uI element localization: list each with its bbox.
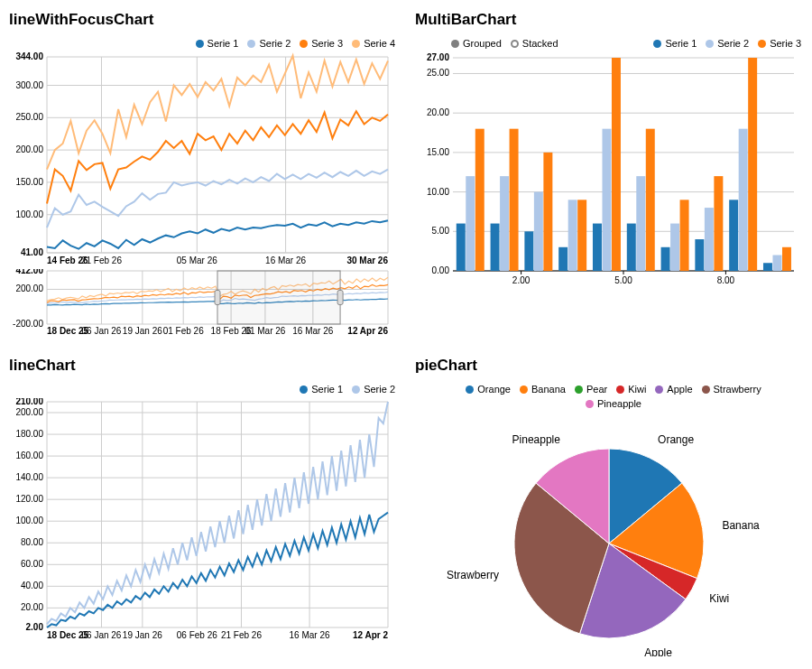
- svg-text:100.00: 100.00: [15, 209, 43, 219]
- line-with-focus-title: lineWithFocusChart: [9, 11, 406, 29]
- legend-item-serie-3[interactable]: Serie 3: [300, 38, 343, 49]
- legend-item-pineapple[interactable]: Pineapple: [586, 398, 641, 409]
- legend-item-serie-3[interactable]: Serie 3: [758, 38, 801, 49]
- legend-item-serie-1[interactable]: Serie 1: [300, 384, 343, 395]
- legend-dot-icon: [706, 40, 714, 48]
- svg-rect-83: [739, 129, 748, 271]
- svg-text:01 Feb 26: 01 Feb 26: [163, 326, 204, 336]
- svg-rect-69: [593, 224, 602, 271]
- svg-rect-88: [577, 200, 586, 271]
- svg-text:01 Mar 26: 01 Mar 26: [245, 326, 285, 336]
- line-chart-section: lineChart Serie 1 Serie 2 2.0020.0040.00…: [9, 355, 406, 656]
- svg-text:412.00: 412.00: [15, 269, 43, 275]
- line-with-focus-legend: Serie 1 Serie 2 Serie 3 Serie 4: [9, 38, 395, 49]
- legend-dot-icon: [247, 40, 255, 48]
- svg-text:16 Mar 26: 16 Mar 26: [292, 326, 333, 336]
- line-with-focus-context-plot[interactable]: -200.00200.00412.0018 Dec 2506 Jan 2619 …: [9, 269, 397, 337]
- svg-text:5.00: 5.00: [614, 275, 632, 285]
- legend-dot-icon: [586, 400, 594, 408]
- svg-text:10.00: 10.00: [427, 187, 449, 197]
- legend-item-serie-1[interactable]: Serie 1: [653, 38, 697, 49]
- legend-item-orange[interactable]: Orange: [466, 384, 511, 395]
- svg-rect-77: [534, 192, 543, 271]
- svg-rect-47: [217, 271, 340, 324]
- svg-text:Orange: Orange: [658, 433, 694, 446]
- svg-text:8.00: 8.00: [717, 275, 735, 285]
- svg-text:Kiwi: Kiwi: [709, 592, 729, 605]
- svg-rect-86: [510, 129, 519, 271]
- svg-text:05 Mar 26: 05 Mar 26: [177, 256, 217, 265]
- svg-text:30 Mar 26: 30 Mar 26: [346, 256, 388, 265]
- svg-text:2.00: 2.00: [512, 275, 531, 285]
- svg-rect-93: [748, 58, 757, 271]
- radio-empty-icon: [511, 40, 519, 48]
- mode-grouped-radio[interactable]: Grouped: [451, 38, 502, 49]
- svg-rect-65: [457, 224, 466, 271]
- legend-dot-icon: [758, 40, 766, 48]
- legend-dot-icon: [655, 386, 663, 394]
- svg-text:19 Jan 26: 19 Jan 26: [123, 630, 162, 640]
- pie-chart-plot[interactable]: OrangeBananaKiwiAppleStrawberryPineapple: [415, 413, 803, 656]
- legend-item-banana[interactable]: Banana: [520, 384, 566, 395]
- svg-rect-48: [215, 291, 220, 305]
- multibar-plot[interactable]: 0.005.0010.0015.0020.0025.0027.002.005.0…: [415, 52, 803, 287]
- svg-rect-92: [714, 176, 723, 271]
- svg-text:40.00: 40.00: [21, 581, 43, 590]
- svg-text:100.00: 100.00: [15, 516, 43, 525]
- legend-dot-icon: [702, 386, 710, 394]
- svg-text:21 Feb 26: 21 Feb 26: [81, 256, 122, 265]
- line-chart-legend: Serie 1 Serie 2: [9, 384, 395, 395]
- svg-text:20.00: 20.00: [427, 107, 449, 117]
- mode-stacked-radio[interactable]: Stacked: [511, 38, 558, 49]
- legend-item-kiwi[interactable]: Kiwi: [616, 384, 646, 395]
- svg-text:Pineapple: Pineapple: [512, 433, 561, 446]
- svg-text:Banana: Banana: [722, 519, 760, 532]
- svg-rect-76: [500, 176, 509, 271]
- svg-rect-74: [763, 263, 772, 271]
- pie-chart-title: pieChart: [415, 357, 812, 375]
- legend-dot-icon: [575, 386, 583, 394]
- svg-text:250.00: 250.00: [15, 112, 43, 122]
- svg-text:200.00: 200.00: [15, 407, 43, 417]
- pie-chart-legend: Orange Banana Pear Kiwi Apple Strawberry…: [442, 384, 785, 409]
- svg-text:200.00: 200.00: [15, 283, 43, 293]
- svg-text:15.00: 15.00: [427, 147, 449, 157]
- svg-text:2.00: 2.00: [26, 622, 44, 632]
- legend-dot-icon: [520, 386, 528, 394]
- svg-text:140.00: 140.00: [15, 472, 43, 482]
- svg-rect-84: [772, 256, 781, 271]
- line-with-focus-chart-section: lineWithFocusChart Serie 1 Serie 2 Serie…: [9, 9, 406, 337]
- legend-item-serie-2[interactable]: Serie 2: [706, 38, 749, 49]
- svg-text:200.00: 200.00: [15, 144, 43, 154]
- line-with-focus-main-plot[interactable]: 41.00100.00150.00200.00250.00300.00344.0…: [9, 52, 397, 269]
- svg-text:150.00: 150.00: [15, 177, 43, 187]
- svg-text:180.00: 180.00: [15, 429, 43, 439]
- legend-item-apple[interactable]: Apple: [655, 384, 692, 395]
- svg-text:12 Apr 26: 12 Apr 26: [347, 326, 388, 336]
- svg-text:41.00: 41.00: [21, 247, 43, 257]
- line-chart-plot[interactable]: 2.0020.0040.0060.0080.00100.00120.00140.…: [9, 398, 397, 642]
- svg-text:16 Mar 26: 16 Mar 26: [265, 256, 306, 265]
- svg-text:12 Apr 2: 12 Apr 2: [353, 630, 389, 640]
- legend-item-serie-2[interactable]: Serie 2: [247, 38, 291, 49]
- svg-rect-85: [475, 129, 484, 271]
- svg-rect-70: [627, 224, 636, 271]
- multibar-chart-section: MultiBarChart Grouped Stacked Serie 1 Se…: [415, 9, 812, 337]
- svg-rect-80: [636, 176, 645, 271]
- legend-dot-icon: [300, 386, 308, 394]
- svg-text:160.00: 160.00: [15, 451, 43, 460]
- svg-text:19 Jan 26: 19 Jan 26: [123, 326, 162, 336]
- legend-item-strawberry[interactable]: Strawberry: [702, 384, 761, 395]
- svg-text:344.00: 344.00: [15, 52, 43, 61]
- legend-item-serie-4[interactable]: Serie 4: [352, 38, 395, 49]
- radio-filled-icon: [451, 40, 459, 48]
- legend-item-serie-1[interactable]: Serie 1: [196, 38, 239, 49]
- svg-text:-200.00: -200.00: [13, 319, 43, 329]
- svg-text:21 Feb 26: 21 Feb 26: [221, 630, 262, 640]
- legend-dot-icon: [616, 386, 624, 394]
- svg-rect-94: [782, 247, 791, 271]
- legend-item-pear[interactable]: Pear: [575, 384, 607, 395]
- legend-item-serie-2[interactable]: Serie 2: [352, 384, 395, 395]
- svg-rect-81: [670, 224, 679, 271]
- legend-dot-icon: [653, 40, 661, 48]
